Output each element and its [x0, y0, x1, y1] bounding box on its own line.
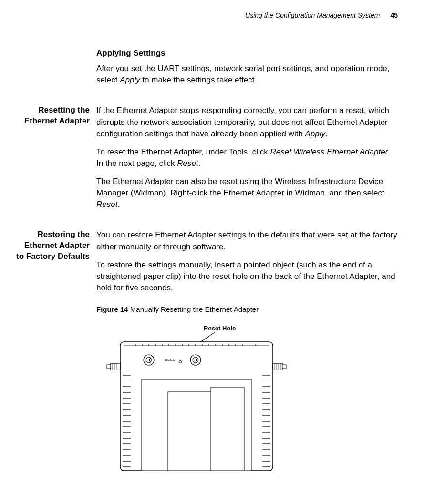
section-applying-settings: Applying Settings After you set the UART… [15, 48, 398, 93]
device-outline: RESET [107, 342, 286, 471]
reset-hole-icon [179, 361, 182, 363]
figure-14: Reset Hole [96, 323, 398, 471]
text: . [198, 159, 201, 168]
figure-title: Manually Resetting the Ethernet Adapter [128, 305, 259, 313]
text: to make the settings take effect. [140, 75, 257, 84]
text: To reset the Ethernet Adapter, under Too… [96, 147, 270, 156]
para-resetting-1: If the Ethernet Adapter stops responding… [96, 105, 398, 139]
page: Using the Configuration Management Syste… [0, 0, 435, 490]
svg-rect-22 [107, 365, 111, 369]
subtitle-applying: Applying Settings [96, 48, 398, 59]
figure-number: Figure 14 [96, 305, 128, 313]
para-applying-1: After you set the UART settings, network… [96, 63, 398, 86]
running-title: Using the Configuration Management Syste… [245, 11, 380, 19]
svg-rect-77 [211, 387, 244, 471]
figure-caption: Figure 14 Manually Resetting the Etherne… [96, 304, 398, 314]
text: . [117, 200, 120, 209]
ui-term-reset-2: Reset [96, 200, 117, 209]
para-resetting-3: The Ethernet Adapter can also be reset u… [96, 176, 398, 210]
running-header: Using the Configuration Management Syste… [15, 11, 398, 19]
ui-term-apply: Apply [120, 75, 140, 84]
screw-top-left [144, 355, 154, 365]
ui-term-reset-wea: Reset Wireless Ethernet Adapter [270, 147, 388, 156]
side-heading-resetting: Resetting the Ethernet Adapter [15, 105, 96, 127]
body-resetting: If the Ethernet Adapter stops responding… [96, 105, 398, 217]
screw-top-right [190, 355, 201, 365]
section-restoring: Restoring the Ethernet Adapter to Factor… [15, 229, 398, 471]
section-resetting: Resetting the Ethernet Adapter If the Et… [15, 105, 398, 217]
svg-rect-21 [111, 363, 120, 370]
ui-term-apply-2: Apply [305, 129, 326, 138]
ethernet-adapter-diagram: Reset Hole [96, 323, 297, 471]
text: . [325, 129, 328, 138]
page-number: 45 [390, 11, 398, 19]
reset-label: RESET [165, 358, 177, 362]
para-restoring-1: You can restore Ethernet Adapter setting… [96, 229, 398, 252]
para-resetting-2: To reset the Ethernet Adapter, under Too… [96, 146, 398, 169]
svg-rect-28 [282, 365, 286, 369]
body-restoring: You can restore Ethernet Adapter setting… [96, 229, 398, 471]
side-heading-restoring: Restoring the Ethernet Adapter to Factor… [15, 229, 96, 262]
ui-term-reset-1: Reset [177, 159, 198, 168]
svg-rect-27 [273, 363, 282, 370]
callout-reset-hole: Reset Hole [204, 325, 236, 332]
para-restoring-2: To restore the settings manually, insert… [96, 259, 398, 294]
body-applying: Applying Settings After you set the UART… [96, 48, 398, 93]
text: If the Ethernet Adapter stops responding… [96, 106, 389, 138]
text: The Ethernet Adapter can also be reset u… [96, 177, 384, 197]
